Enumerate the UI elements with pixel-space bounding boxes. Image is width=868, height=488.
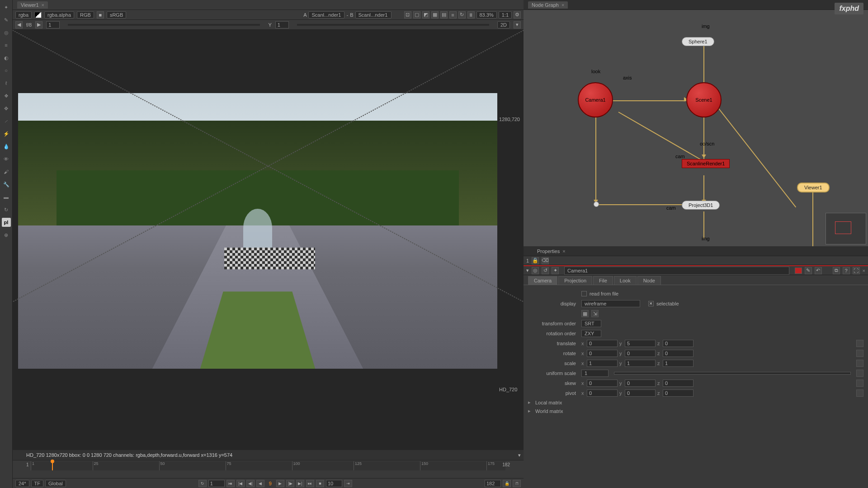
float-icon[interactable]: ⧉ [833, 267, 840, 274]
step-input[interactable] [326, 480, 342, 487]
input-b-select[interactable]: Scanl...nder1 [355, 11, 392, 19]
last-frame-icon[interactable]: ⏭ [306, 480, 314, 487]
play-icon[interactable]: ▶ [276, 480, 284, 487]
viewer-tab[interactable]: Viewer1 × [17, 1, 48, 9]
brush-icon[interactable]: ℓ [2, 79, 11, 88]
first-frame-icon[interactable]: ⏮ [226, 480, 235, 487]
lut-select[interactable]: sRGB [107, 11, 126, 19]
next-frame-icon[interactable]: |▶ [286, 480, 294, 487]
clear-all-icon[interactable]: ⌫ [542, 257, 549, 264]
frame-input[interactable] [46, 21, 60, 28]
swatch-btn[interactable]: ■ [97, 11, 104, 19]
help-icon[interactable]: ? [843, 267, 850, 274]
gamma-slider[interactable] [297, 24, 489, 26]
node-sphere[interactable]: Sphere1 [682, 37, 714, 46]
next-key-icon[interactable]: ▶| [296, 480, 304, 487]
channel-select[interactable]: rgba [15, 11, 32, 19]
pointer-icon[interactable]: ✦ [2, 3, 11, 12]
close-node-icon[interactable]: × [863, 268, 865, 273]
pause-icon[interactable]: ⏸ [467, 11, 475, 19]
tab-file[interactable]: File [593, 276, 613, 285]
close-icon[interactable]: × [561, 2, 564, 8]
sync-select[interactable]: Global [45, 480, 66, 487]
snap2-icon[interactable]: ⇲ [591, 310, 599, 317]
wand-icon[interactable]: ✦ [552, 267, 559, 274]
anim-icon[interactable] [856, 380, 863, 387]
node-project3d[interactable]: Project3D1 [682, 201, 720, 210]
node-scene[interactable]: Scene1 [686, 82, 722, 117]
pivot-x[interactable]: 0 [587, 389, 618, 397]
node-graph-canvas[interactable]: img look axis oo/scn cam cam img Sphere1… [524, 10, 868, 246]
rotate-x[interactable]: 0 [587, 350, 618, 357]
lock-icon[interactable]: 🔒 [503, 480, 511, 487]
rotation-order-select[interactable]: ZXY [581, 330, 601, 337]
step-mode-icon[interactable]: ⇥ [344, 480, 352, 487]
eye-icon[interactable]: 👁 [2, 155, 11, 164]
viewer-content[interactable]: 1280,720 HD_720 [13, 30, 524, 450]
translate-y[interactable]: 5 [625, 340, 656, 347]
next-gain-icon[interactable]: ▶ [35, 21, 42, 28]
overscan-icon[interactable]: ▢ [413, 11, 420, 19]
world-matrix-row[interactable]: ▸ World matrix [528, 407, 863, 415]
snap-icon[interactable]: ▦ [581, 310, 589, 317]
tab-look[interactable]: Look [614, 276, 637, 285]
maximize-icon[interactable]: ⛶ [853, 267, 860, 274]
refresh-icon[interactable]: ↻ [2, 205, 11, 214]
anim-icon[interactable] [856, 350, 863, 357]
timeline-cursor[interactable] [52, 461, 53, 470]
close-icon[interactable]: × [562, 249, 565, 254]
local-matrix-row[interactable]: ▸ Local matrix [528, 398, 863, 407]
range-icon[interactable]: ⊓ [513, 480, 521, 487]
anim-icon[interactable] [856, 370, 863, 377]
node-name-field[interactable]: Camera1 [564, 267, 789, 275]
in-frame[interactable] [208, 480, 225, 487]
circle-icon[interactable]: ○ [2, 66, 11, 75]
node-scanline[interactable]: ScanlineRender1 [682, 159, 730, 168]
sphere-icon[interactable]: ◐ [2, 53, 11, 62]
node-color-swatch[interactable] [795, 267, 802, 274]
stop-icon[interactable]: ■ [316, 480, 324, 487]
prev-key-icon[interactable]: |◀ [236, 480, 245, 487]
pivot-z[interactable]: 0 [663, 389, 693, 397]
alpha-select[interactable]: rgba.alpha [44, 11, 74, 19]
selectable-checkbox[interactable] [648, 301, 654, 306]
ratio-select[interactable]: 1:1 [499, 11, 512, 19]
target-icon[interactable]: ◎ [2, 28, 11, 37]
refresh2-icon[interactable]: ↻ [458, 11, 466, 19]
transform-order-select[interactable]: SRT [581, 320, 601, 327]
translate-z[interactable]: 0 [663, 340, 693, 347]
move-icon[interactable]: ✥ [2, 104, 11, 113]
read-from-file-checkbox[interactable] [581, 291, 587, 296]
scale-z[interactable]: 1 [663, 360, 693, 367]
scale-y[interactable]: 1 [625, 360, 656, 367]
lines2-icon[interactable]: ≡ [449, 11, 457, 19]
pivot-y[interactable]: 0 [625, 389, 656, 397]
fps-select[interactable]: 24* [15, 480, 29, 487]
gear-icon[interactable]: ⚙ [514, 11, 521, 19]
globe-icon[interactable]: ⊕ [2, 230, 11, 239]
skew-z[interactable]: 0 [663, 380, 693, 387]
uniform-scale-field[interactable]: 1 [581, 370, 609, 377]
prev-gain-icon[interactable]: ◀ [15, 21, 23, 28]
input-a-select[interactable]: Scanl...nder1 [308, 11, 344, 19]
anim-icon[interactable] [856, 360, 863, 367]
viewmode-extra-icon[interactable]: ▾ [514, 21, 521, 28]
tab-camera[interactable]: Camera [528, 276, 557, 285]
navigator[interactable] [826, 213, 866, 244]
collapse-icon[interactable]: ▾ [526, 267, 529, 273]
scale-x[interactable]: 1 [587, 360, 618, 367]
bolt-icon[interactable]: ⚡ [2, 129, 11, 138]
tab-projection[interactable]: Projection [558, 276, 592, 285]
play-back-icon[interactable]: ◀ [256, 480, 264, 487]
node-camera[interactable]: Camera1 [578, 82, 613, 117]
close-icon[interactable]: × [42, 2, 44, 8]
note-icon[interactable]: ✎ [805, 267, 812, 274]
translate-x[interactable]: 0 [587, 340, 618, 347]
view-mode-select[interactable]: 2D [497, 21, 510, 28]
center-icon[interactable]: ◎ [532, 267, 539, 274]
zoom-select[interactable]: 83.3% [476, 11, 497, 19]
lines-icon[interactable]: ≡ [2, 41, 11, 50]
anim-icon[interactable] [856, 389, 863, 397]
alpha-swatch[interactable] [34, 12, 42, 18]
colorspace-select[interactable]: RGB [77, 11, 94, 19]
